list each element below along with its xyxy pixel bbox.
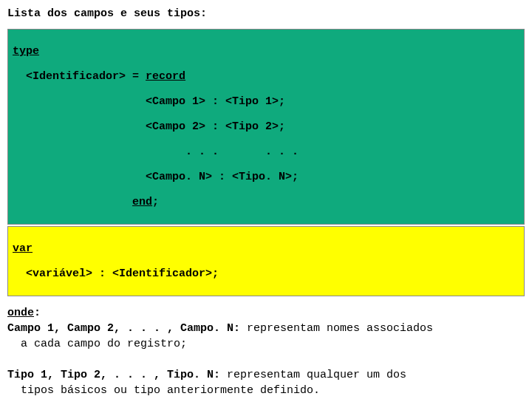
indent bbox=[13, 171, 146, 183]
indent bbox=[13, 120, 146, 133]
field-line-dots: . . . . . . bbox=[185, 146, 299, 158]
code-block-type: type <Identificador> = record <Campo 1> … bbox=[7, 29, 525, 225]
indent bbox=[13, 267, 26, 280]
tipo-list: Tipo 1, Tipo 2, . . . , Tipo. N: bbox=[7, 369, 227, 381]
tipo-desc-1: representam qualquer um dos bbox=[227, 369, 406, 381]
keyword-record: record bbox=[146, 70, 185, 83]
field-line-n: <Campo. N> : <Tipo. N>; bbox=[146, 171, 299, 183]
field-line-1: <Campo 1> : <Tipo 1>; bbox=[146, 95, 285, 108]
keyword-onde: onde bbox=[7, 307, 34, 319]
indent bbox=[13, 95, 146, 108]
indent bbox=[13, 70, 26, 83]
keyword-var: var bbox=[13, 242, 33, 255]
semicolon: ; bbox=[152, 196, 159, 208]
campo-desc-1: representam nomes associados bbox=[247, 322, 433, 335]
tipo-desc-2: tipos básicos ou tipo anteriormente defi… bbox=[7, 383, 525, 398]
indent bbox=[13, 146, 185, 158]
equals: = bbox=[126, 70, 146, 83]
identifier: <Identificador> bbox=[26, 70, 126, 83]
campo-desc-2: a cada campo do registro; bbox=[7, 336, 525, 352]
campo-list: Campo 1, Campo 2, . . . , Campo. N: bbox=[7, 322, 247, 335]
page-title: Lista dos campos e seus tipos: bbox=[7, 7, 525, 20]
code-block-var: var <variável> : <Identificador>; bbox=[7, 226, 525, 296]
keyword-end: end bbox=[132, 196, 152, 208]
keyword-type: type bbox=[13, 45, 39, 58]
explanation-block: onde: Campo 1, Campo 2, . . . , Campo. N… bbox=[7, 305, 525, 398]
indent bbox=[13, 196, 132, 208]
field-line-2: <Campo 2> : <Tipo 2>; bbox=[146, 120, 285, 133]
colon: : bbox=[34, 307, 41, 319]
var-line: <variável> : <Identificador>; bbox=[26, 267, 219, 280]
